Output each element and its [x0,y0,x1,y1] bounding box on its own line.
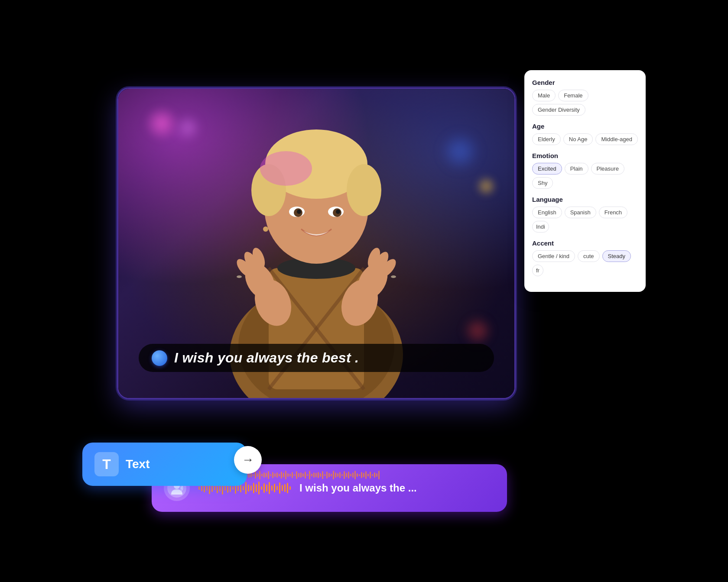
bokeh-light-1 [144,106,179,141]
text-label: Text [126,457,150,471]
accent-title: Accent [532,239,638,247]
tag-gentle-kind[interactable]: Gentle / kind [532,250,575,262]
arrow-button[interactable]: → [234,446,262,474]
bokeh-light-5 [475,175,497,197]
settings-panel: Gender Male Female Gender Diversity Age … [524,70,646,292]
emotion-title: Emotion [532,152,638,159]
language-section: Language English Spanish French Indi [532,196,638,233]
bokeh-light-4 [462,316,493,346]
subtitle-text: I wish you always the best . [174,350,359,366]
tag-fr[interactable]: fr [532,265,543,276]
tag-no-age[interactable]: No Age [563,133,593,145]
svg-point-30 [391,275,396,278]
tag-spanish[interactable]: Spanish [565,207,596,218]
arrow-right-icon: → [242,453,254,467]
video-background: I wish you always the best . [118,89,514,398]
svg-point-17 [336,210,340,214]
subtitle-dot [152,350,167,366]
tag-excited[interactable]: Excited [532,163,562,175]
accent-section: Accent Gentle / kind cute Steady fr [532,239,638,276]
svg-point-11 [260,151,312,186]
svg-point-24 [237,275,242,278]
tag-female[interactable]: Female [558,90,588,101]
text-input-card[interactable]: T Text [82,443,247,486]
text-icon: T [94,452,119,476]
tag-english[interactable]: English [532,207,562,218]
svg-point-16 [297,210,301,214]
tag-cute[interactable]: cute [578,250,600,262]
accent-tags: Gentle / kind cute Steady fr [532,250,638,276]
bokeh-light-3 [441,132,480,171]
video-card: I wish you always the best . [117,87,516,399]
tag-pleasure[interactable]: Pleasure [591,163,624,175]
language-title: Language [532,196,638,203]
emotion-section: Emotion Excited Plain Pleasure Shy [532,152,638,189]
tag-elderly[interactable]: Elderly [532,133,561,145]
gender-section: Gender Male Female Gender Diversity [532,79,638,116]
tag-steady[interactable]: Steady [602,250,631,262]
age-section: Age Elderly No Age Middle-aged [532,123,638,145]
svg-point-18 [263,226,268,232]
tag-hindi[interactable]: Indi [532,221,549,233]
tag-male[interactable]: Male [532,90,556,101]
gender-tags: Male Female Gender Diversity [532,90,638,116]
tag-plain[interactable]: Plain [565,163,588,175]
gender-title: Gender [532,79,638,86]
audio-text: I wish you always the ... [299,482,495,494]
svg-point-10 [347,164,381,216]
age-tags: Elderly No Age Middle-aged [532,133,638,145]
subtitle-bar: I wish you always the best . [139,344,494,372]
emotion-tags: Excited Plain Pleasure Shy [532,163,638,189]
language-tags: English Spanish French Indi [532,207,638,233]
tag-french[interactable]: French [599,207,627,218]
tag-gender-diversity[interactable]: Gender Diversity [532,104,585,116]
tag-middle-aged[interactable]: Middle-aged [595,133,638,145]
tag-shy[interactable]: Shy [532,177,553,189]
age-title: Age [532,123,638,130]
